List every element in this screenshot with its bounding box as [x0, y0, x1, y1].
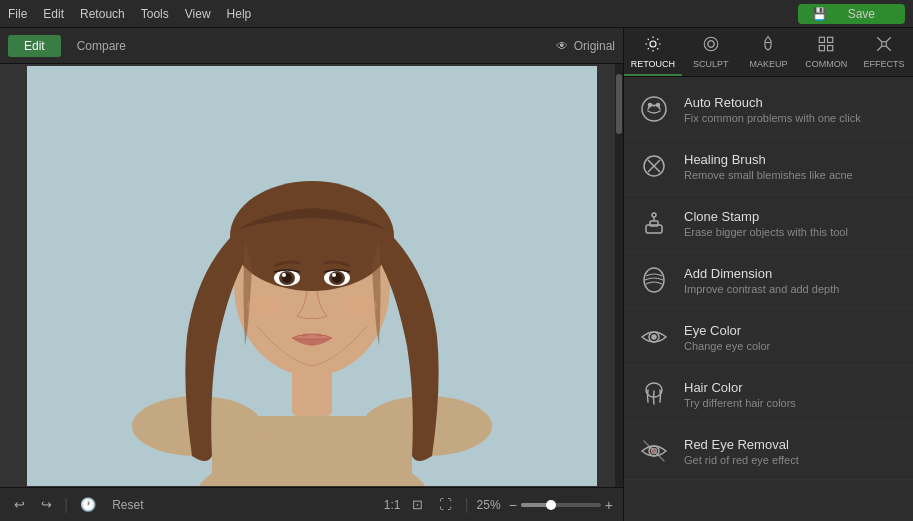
menu-edit[interactable]: Edit: [43, 7, 64, 21]
svg-point-35: [652, 213, 656, 217]
tool-item-auto-retouch[interactable]: Auto Retouch Fix common problems with on…: [624, 81, 913, 138]
tab-edit[interactable]: Edit: [8, 35, 61, 57]
auto-retouch-icon: [636, 91, 672, 127]
tool-item-healing-brush[interactable]: Healing Brush Remove small blemishes lik…: [624, 138, 913, 195]
zoom-slider-area[interactable]: − +: [509, 497, 613, 513]
original-label: Original: [574, 39, 615, 53]
history-button[interactable]: 🕐: [76, 495, 100, 514]
eye-color-name: Eye Color: [684, 323, 901, 338]
tab-effects[interactable]: EFFECTS: [855, 28, 913, 76]
zoom-slider[interactable]: [521, 503, 601, 507]
clone-stamp-desc: Erase bigger objects with this tool: [684, 226, 901, 238]
red-eye-removal-text: Red Eye Removal Get rid of red eye effec…: [684, 437, 901, 466]
zoom-minus-icon[interactable]: −: [509, 497, 517, 513]
canvas-vertical-scrollbar[interactable]: [615, 64, 623, 487]
svg-point-36: [644, 268, 664, 292]
tool-item-hair-color[interactable]: Hair Color Try different hair colors: [624, 366, 913, 423]
svg-rect-22: [828, 37, 833, 42]
tab-retouch-label: RETOUCH: [631, 59, 675, 69]
healing-brush-desc: Remove small blemishes like acne: [684, 169, 901, 181]
svg-rect-25: [882, 42, 887, 47]
add-dimension-name: Add Dimension: [684, 266, 901, 281]
right-panel: RETOUCH SCULPT MAKEUP: [623, 28, 913, 521]
tool-item-add-dimension[interactable]: Add Dimension Improve contrast and add d…: [624, 252, 913, 309]
effects-icon: [875, 35, 893, 57]
common-icon: [817, 35, 835, 57]
svg-point-38: [652, 335, 656, 339]
separator-1: |: [64, 496, 68, 514]
portrait-background: [27, 66, 597, 486]
menu-retouch[interactable]: Retouch: [80, 7, 125, 21]
clone-stamp-icon: [636, 205, 672, 241]
sculpt-icon: [702, 35, 720, 57]
svg-rect-23: [820, 46, 825, 51]
svg-point-11: [282, 273, 286, 277]
svg-point-28: [657, 104, 660, 107]
tool-item-eye-color[interactable]: Eye Color Change eye color: [624, 309, 913, 366]
red-eye-removal-desc: Get rid of red eye effect: [684, 454, 901, 466]
svg-point-17: [341, 296, 377, 316]
tab-sculpt-label: SCULPT: [693, 59, 729, 69]
main-area: Edit Compare 👁 Original: [0, 28, 913, 521]
svg-line-42: [644, 441, 664, 461]
portrait-image: [27, 66, 597, 486]
eye-color-text: Eye Color Change eye color: [684, 323, 901, 352]
makeup-icon: [759, 35, 777, 57]
healing-brush-icon: [636, 148, 672, 184]
hair-color-icon: [636, 376, 672, 412]
svg-rect-21: [820, 37, 825, 42]
tab-compare[interactable]: Compare: [61, 35, 142, 57]
scrollbar-thumb[interactable]: [616, 74, 622, 134]
tool-list: Auto Retouch Fix common problems with on…: [624, 77, 913, 521]
svg-point-16: [247, 296, 283, 316]
clone-stamp-name: Clone Stamp: [684, 209, 901, 224]
clone-stamp-text: Clone Stamp Erase bigger objects with th…: [684, 209, 901, 238]
separator-2: |: [464, 496, 468, 514]
fit-button[interactable]: ⊡: [408, 495, 427, 514]
tab-makeup[interactable]: MAKEUP: [740, 28, 798, 76]
add-dimension-text: Add Dimension Improve contrast and add d…: [684, 266, 901, 295]
tab-sculpt[interactable]: SCULPT: [682, 28, 740, 76]
hair-color-desc: Try different hair colors: [684, 397, 901, 409]
svg-rect-33: [650, 221, 658, 226]
menu-view[interactable]: View: [185, 7, 211, 21]
svg-point-7: [230, 181, 394, 291]
eye-color-desc: Change eye color: [684, 340, 901, 352]
tab-common[interactable]: COMMON: [797, 28, 855, 76]
retouch-icon: [644, 35, 662, 57]
healing-brush-name: Healing Brush: [684, 152, 901, 167]
menu-bar: File Edit Retouch Tools View Help 💾 Save: [0, 0, 913, 28]
svg-rect-24: [828, 46, 833, 51]
hair-color-text: Hair Color Try different hair colors: [684, 380, 901, 409]
red-eye-removal-name: Red Eye Removal: [684, 437, 901, 452]
svg-point-19: [704, 37, 718, 51]
view-controls: 👁 Original: [556, 39, 615, 53]
auto-retouch-text: Auto Retouch Fix common problems with on…: [684, 95, 901, 124]
zoom-plus-icon[interactable]: +: [605, 497, 613, 513]
tab-retouch[interactable]: RETOUCH: [624, 28, 682, 76]
svg-point-15: [332, 273, 336, 277]
canvas-area[interactable]: [0, 64, 623, 487]
edit-compare-tabbar: Edit Compare 👁 Original: [0, 28, 623, 64]
healing-brush-text: Healing Brush Remove small blemishes lik…: [684, 152, 901, 181]
left-panel: Edit Compare 👁 Original: [0, 28, 623, 521]
tool-item-red-eye-removal[interactable]: Red Eye Removal Get rid of red eye effec…: [624, 423, 913, 480]
menu-tools[interactable]: Tools: [141, 7, 169, 21]
reset-button[interactable]: Reset: [108, 496, 147, 514]
redo-button[interactable]: ↪: [37, 495, 56, 514]
svg-point-27: [649, 104, 652, 107]
tool-item-clone-stamp[interactable]: Clone Stamp Erase bigger objects with th…: [624, 195, 913, 252]
add-dimension-icon: [636, 262, 672, 298]
eye-color-icon: [636, 319, 672, 355]
undo-button[interactable]: ↩: [10, 495, 29, 514]
save-button[interactable]: 💾 Save: [798, 4, 905, 24]
menu-file[interactable]: File: [8, 7, 27, 21]
svg-point-18: [650, 41, 656, 47]
zoom-slider-thumb[interactable]: [546, 500, 556, 510]
zoom-ratio: 1:1: [384, 498, 401, 512]
menu-help[interactable]: Help: [227, 7, 252, 21]
save-icon: 💾: [812, 7, 827, 21]
hair-color-name: Hair Color: [684, 380, 901, 395]
expand-button[interactable]: ⛶: [435, 495, 456, 514]
add-dimension-desc: Improve contrast and add depth: [684, 283, 901, 295]
